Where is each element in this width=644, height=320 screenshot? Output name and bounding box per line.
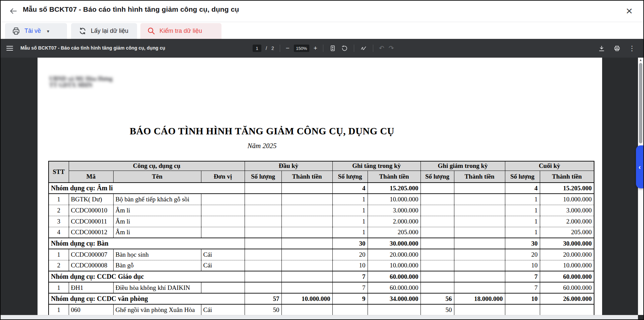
cell-ck-sl: 1 bbox=[505, 205, 540, 216]
cell-gt-sl: 1 bbox=[332, 205, 368, 216]
col-so-luong: Số lượng bbox=[421, 171, 454, 183]
cell-dk-sl bbox=[245, 249, 281, 260]
report-subtitle: Năm 2025 bbox=[38, 142, 487, 150]
cell-gt-tt: 2.000.000 bbox=[368, 216, 421, 227]
annotate-button[interactable] bbox=[360, 45, 367, 52]
cell-ten: Âm li bbox=[113, 205, 201, 216]
pdf-print-button[interactable] bbox=[613, 45, 621, 52]
cell-dk-sl bbox=[245, 282, 281, 293]
col-tools-group: Công cụ, dụng cụ bbox=[69, 161, 245, 171]
cell-gt-tt: 205.000 bbox=[368, 227, 421, 238]
cell-gg-sl bbox=[421, 227, 454, 238]
cell-gg-tt: 18.000.000 bbox=[454, 293, 505, 304]
cell-ma: CCDC000010 bbox=[69, 205, 113, 216]
cell-gg-tt bbox=[454, 249, 505, 260]
cell-dk-tt bbox=[281, 271, 332, 282]
close-button[interactable]: × bbox=[623, 4, 635, 17]
item-row: 1ĐH1Điều hòa không khí DAIKIN760.000.000… bbox=[49, 282, 594, 293]
col-donvi: Đơn vị bbox=[201, 171, 245, 183]
zoom-in-button[interactable]: + bbox=[314, 45, 317, 52]
cell-ma: CCDC000007 bbox=[69, 249, 113, 260]
cell-ck-sl: 10 bbox=[505, 293, 540, 304]
menu-icon[interactable] bbox=[5, 44, 14, 52]
rotate-button[interactable] bbox=[341, 45, 348, 52]
cell-gt-tt: 20.000.000 bbox=[368, 249, 421, 260]
cell-ck-sl: 1 bbox=[505, 216, 540, 227]
redo-button[interactable]: ↷ bbox=[389, 45, 394, 52]
reload-data-button[interactable]: Lấy lại dữ liệu bbox=[71, 23, 137, 39]
cell-gt-tt: 34.000.000 bbox=[368, 293, 421, 304]
cell-dk-sl bbox=[245, 238, 281, 249]
cell-stt: 2 bbox=[49, 260, 69, 271]
cell-ck-tt: 26.000.000 bbox=[540, 293, 594, 304]
pdf-page: UBND xã Mỹ Hòa Hưng TT GDTX MHN BÁO CÁO … bbox=[38, 58, 602, 319]
app-top-bar: Mẫu số BCKT07 - Báo cáo tình hình tăng g… bbox=[1, 1, 643, 22]
cell-ck-sl: 10 bbox=[505, 260, 540, 271]
download-label: Tải về bbox=[24, 27, 41, 35]
cell-gt-tt: 3.000.000 bbox=[368, 205, 421, 216]
cell-gt-sl: 9 bbox=[332, 293, 368, 304]
report-table: STT Công cụ, dụng cụ Đầu kỳ Ghi tăng tro… bbox=[48, 161, 594, 316]
col-ma: Mã bbox=[69, 171, 113, 183]
cell-gt-tt: 30.000.000 bbox=[368, 238, 421, 249]
cell-ck-sl: 30 bbox=[505, 238, 540, 249]
rotate-icon bbox=[341, 45, 348, 52]
col-thanh-tien: Thành tiền bbox=[281, 171, 332, 183]
pdf-download-button[interactable] bbox=[598, 45, 605, 52]
check-label: Kiểm tra dữ liệu bbox=[159, 27, 202, 35]
undo-button[interactable]: ↶ bbox=[379, 45, 384, 52]
cell-ten: Điều hòa không khí DAIKIN bbox=[113, 282, 201, 293]
cell-gt-tt: 60.000.000 bbox=[368, 271, 421, 282]
pdf-toolbar-right: ⋮ bbox=[598, 39, 635, 58]
item-row: 3CCDC000011Âm li12.000.00012.000.000 bbox=[49, 216, 594, 227]
cell-ck-tt: 20.000.000 bbox=[540, 249, 594, 260]
cell-gt-sl: 1 bbox=[332, 194, 368, 205]
print-icon bbox=[614, 45, 621, 52]
cell-ck-tt: 3.000.000 bbox=[540, 205, 594, 216]
header-row-1: STT Công cụ, dụng cụ Đầu kỳ Ghi tăng tro… bbox=[49, 161, 594, 171]
col-so-luong: Số lượng bbox=[245, 171, 281, 183]
cell-ten: Ghế ngồi văn phòng Xuân Hòa bbox=[113, 304, 201, 315]
cell-ck-tt: 2.000.000 bbox=[540, 216, 594, 227]
pdf-document-title: Mẫu số BCKT07 - Báo cáo tình hình tăng g… bbox=[20, 45, 165, 51]
cell-gg-sl bbox=[421, 282, 454, 293]
cell-ten: Bàn học sinh bbox=[113, 249, 201, 260]
download-report-button[interactable]: Tải về ▾ bbox=[5, 23, 67, 39]
cell-gt-tt: 10.000.000 bbox=[368, 260, 421, 271]
collapse-panel-tab[interactable]: ‹ bbox=[636, 145, 643, 188]
horizontal-scrollbar[interactable] bbox=[1, 315, 638, 319]
cell-ck-sl: 20 bbox=[505, 249, 540, 260]
cell-dk-tt bbox=[281, 282, 332, 293]
report-table-body: Nhóm dụng cụ: Âm li415.205.000415.205.00… bbox=[49, 183, 594, 315]
cell-gt-sl: 20 bbox=[332, 249, 368, 260]
cell-stt: 3 bbox=[49, 216, 69, 227]
cell-ten: Âm li bbox=[113, 227, 201, 238]
cell-group-label: Nhóm dụng cụ: CCDC Giáo dục bbox=[49, 271, 245, 282]
caret-down-icon[interactable]: ▾ bbox=[47, 28, 49, 34]
zoom-level-input[interactable] bbox=[294, 45, 309, 52]
zoom-out-button[interactable]: − bbox=[286, 45, 289, 52]
cell-gt-sl: 1 bbox=[332, 227, 368, 238]
cell-stt: 1 bbox=[49, 304, 69, 315]
cell-dk-tt bbox=[281, 194, 332, 205]
scroll-up-icon[interactable]: ▲ bbox=[638, 58, 643, 62]
cell-gg-tt bbox=[454, 227, 505, 238]
page-number-input[interactable] bbox=[253, 45, 261, 52]
toolbar-divider bbox=[280, 45, 280, 52]
scrollbar-thumb[interactable] bbox=[639, 63, 642, 143]
cell-dk-sl bbox=[245, 216, 281, 227]
cell-dk-tt bbox=[281, 238, 332, 249]
toolbar-divider bbox=[373, 45, 373, 52]
check-data-button[interactable]: Kiểm tra dữ liệu bbox=[140, 23, 221, 39]
more-options-button[interactable]: ⋮ bbox=[629, 45, 635, 52]
group-row: Nhóm dụng cụ: CCDC văn phòng5710.000.000… bbox=[49, 293, 594, 304]
cell-gt-tt: 10.000.000 bbox=[368, 194, 421, 205]
cell-stt: 4 bbox=[49, 227, 69, 238]
report-viewer-window: Mẫu số BCKT07 - Báo cáo tình hình tăng g… bbox=[0, 0, 644, 320]
cell-ck-sl: 7 bbox=[505, 271, 540, 282]
cell-gg-sl bbox=[421, 194, 454, 205]
back-button[interactable] bbox=[8, 6, 19, 16]
cell-gg-sl bbox=[421, 216, 454, 227]
item-row: 1BGTK( Dư)Bộ bàn ghế tiếp khách gỗ sồi11… bbox=[49, 194, 594, 205]
fit-to-page-button[interactable] bbox=[329, 45, 336, 52]
